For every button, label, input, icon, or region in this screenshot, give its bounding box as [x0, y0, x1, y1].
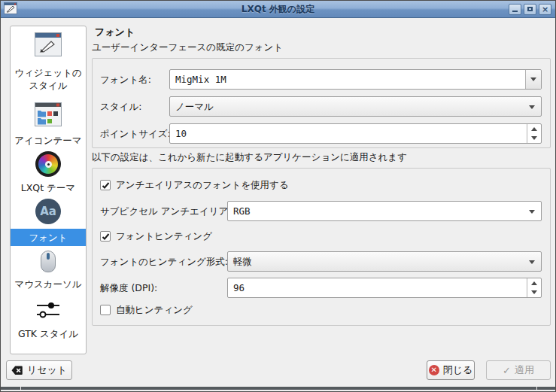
- font-name-combobox[interactable]: MigMix 1M: [169, 69, 542, 90]
- sidebar-item-label: GTK スタイル: [11, 327, 86, 341]
- autohint-checkbox-label: 自動ヒンティング: [116, 304, 193, 317]
- sidebar-item-icon-theme[interactable]: アイコンテーマ: [11, 102, 86, 147]
- chevron-down-icon: [531, 136, 537, 140]
- dpi-value: 96: [233, 282, 245, 293]
- subpixel-row: サブピクセル アンチエイリアス: RGB: [100, 201, 544, 221]
- window-bottom-frame[interactable]: [1, 387, 555, 390]
- font-name-dropdown-button[interactable]: [525, 70, 541, 89]
- dialog-body: ウィジェットのスタイル アイコンテーマ: [1, 18, 555, 390]
- wheel-hub: [45, 161, 52, 168]
- gtk-style-icon: [33, 300, 63, 322]
- font-name-row: フォント名: MigMix 1M: [100, 69, 544, 90]
- category-list: ウィジェットのスタイル アイコンテーマ: [10, 26, 87, 354]
- chevron-down-icon: [529, 105, 535, 109]
- apply-button-label: 適用: [515, 363, 534, 377]
- widget-style-icon: [35, 32, 62, 59]
- window-title: LXQt 外観の設定: [1, 3, 555, 16]
- spin-up-button[interactable]: [527, 278, 541, 288]
- chevron-down-icon: [531, 290, 537, 294]
- hinting-checkbox-label: フォントヒンティング: [116, 230, 212, 243]
- resize-grip-left: [20, 387, 21, 390]
- close-red-icon: ✕: [429, 365, 439, 375]
- group1-box: フォント名: MigMix 1M スタイル: ノーマル ポイントサイズ:: [92, 58, 551, 148]
- lxqt-appearance-window: LXQt 外観の設定 × ウィジェットのスタイル: [0, 0, 556, 392]
- sidebar-item-label-selected: フォント: [11, 229, 86, 246]
- subpixel-value: RGB: [233, 205, 251, 217]
- lxqt-theme-icon: [35, 151, 61, 177]
- font-style-combobox[interactable]: ノーマル: [169, 96, 542, 117]
- point-size-spin-buttons: [527, 124, 541, 143]
- spin-down-button[interactable]: [527, 134, 541, 144]
- sidebar-item-mouse-cursor[interactable]: マウスカーソル: [11, 251, 86, 291]
- dpi-spin-buttons: [527, 278, 541, 297]
- dpi-label: 解像度 (DPI):: [100, 282, 157, 295]
- font-style-label: スタイル:: [100, 101, 141, 114]
- reset-button[interactable]: リセット: [6, 360, 72, 380]
- sidebar-item-label: マウスカーソル: [11, 277, 86, 291]
- point-size-row: ポイントサイズ: 10: [100, 123, 544, 144]
- mouse-wheel: [47, 253, 50, 260]
- resize-grip-right: [536, 387, 537, 390]
- point-size-spinbox[interactable]: 10: [169, 123, 542, 144]
- close-dialog-button[interactable]: ✕ 閉じる: [427, 360, 475, 380]
- hint-style-combobox[interactable]: 軽微: [227, 251, 542, 272]
- check-icon: ✓: [503, 365, 511, 376]
- hinting-checkbox[interactable]: フォントヒンティング: [100, 230, 212, 242]
- font-icon-text: Aa: [40, 205, 56, 218]
- antialias-checkbox[interactable]: アンチエイリアスのフォントを使用する: [100, 179, 289, 191]
- checkbox-unchecked-icon: [100, 305, 111, 315]
- checkbox-checked-icon: [100, 231, 111, 242]
- point-size-label: ポイントサイズ:: [100, 128, 171, 141]
- dpi-spinbox[interactable]: 96: [227, 278, 542, 298]
- close-button-label: 閉じる: [443, 363, 473, 377]
- font-style-row: スタイル: ノーマル: [100, 96, 544, 117]
- titlebar[interactable]: LXQt 外観の設定 ×: [1, 1, 555, 18]
- sidebar-item-label: ウィジェットのスタイル: [11, 65, 86, 93]
- hint-style-row: フォントのヒンティング形式: 軽微: [100, 251, 544, 272]
- sidebar-item-gtk-style[interactable]: GTK スタイル: [11, 300, 86, 341]
- chevron-down-icon: [529, 210, 535, 214]
- chevron-up-icon: [531, 281, 537, 285]
- backspace-icon: [11, 366, 23, 375]
- autohint-checkbox[interactable]: 自動ヒンティング: [100, 304, 193, 316]
- group1-label: ユーザーインターフェースの既定のフォント: [92, 41, 283, 54]
- spin-down-button[interactable]: [527, 288, 541, 298]
- font-name-label: フォント名:: [100, 74, 151, 87]
- color-wheel: [38, 154, 58, 174]
- page-title: フォント: [95, 26, 135, 39]
- group2-box: アンチエイリアスのフォントを使用する サブピクセル アンチエイリアス: RGB …: [92, 168, 551, 326]
- dpi-row: 解像度 (DPI): 96: [100, 278, 544, 298]
- group2-label: 以下の設定は、これから新たに起動するアプリケーションに適用されます: [92, 151, 407, 164]
- sidebar-item-font[interactable]: Aa フォント: [11, 199, 86, 246]
- mouse-cursor-icon: [41, 251, 56, 272]
- hint-style-label: フォントのヒンティング形式:: [100, 256, 228, 269]
- font-icon: Aa: [35, 199, 61, 224]
- chevron-down-icon: [530, 77, 536, 81]
- font-style-value: ノーマル: [175, 101, 214, 114]
- sidebar-item-widget-style[interactable]: ウィジェットのスタイル: [11, 32, 86, 93]
- spin-up-button[interactable]: [527, 124, 541, 134]
- sidebar-item-lxqt-theme[interactable]: LXQt テーマ: [11, 151, 86, 195]
- chevron-down-icon: [529, 260, 535, 264]
- font-name-value: MigMix 1M: [175, 74, 226, 85]
- point-size-value: 10: [175, 128, 187, 139]
- checkbox-checked-icon: [100, 180, 111, 190]
- icon-theme-icon: [35, 102, 62, 129]
- sidebar-item-label: アイコンテーマ: [11, 133, 86, 147]
- subpixel-label: サブピクセル アンチエイリアス:: [100, 205, 241, 218]
- antialias-checkbox-label: アンチエイリアスのフォントを使用する: [116, 179, 289, 192]
- hint-style-value: 軽微: [233, 256, 252, 269]
- chevron-up-icon: [531, 127, 537, 131]
- sidebar-item-label: LXQt テーマ: [11, 181, 86, 195]
- subpixel-combobox[interactable]: RGB: [227, 201, 542, 221]
- reset-button-label: リセット: [27, 363, 67, 377]
- apply-button[interactable]: ✓ 適用: [486, 360, 551, 380]
